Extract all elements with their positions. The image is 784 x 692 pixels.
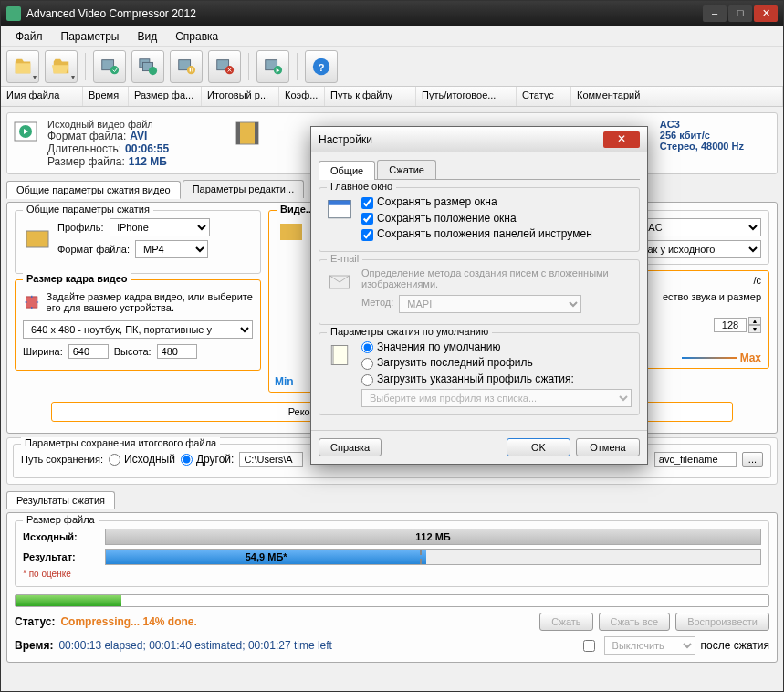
- browse-button[interactable]: ...: [742, 452, 763, 467]
- col-ratio[interactable]: Коэф...: [279, 87, 325, 106]
- svg-rect-22: [280, 224, 302, 240]
- dialog-ok-button[interactable]: OK: [507, 438, 570, 456]
- dialog-help-button[interactable]: Справка: [319, 438, 382, 456]
- progress-bar: [15, 594, 769, 607]
- dialog-tabs: Общие Сжатие: [319, 160, 640, 180]
- svg-rect-18: [236, 122, 240, 144]
- svg-rect-21: [26, 297, 37, 308]
- col-time[interactable]: Время: [83, 87, 129, 106]
- audio-quality-spinner[interactable]: ▲▼: [714, 317, 761, 333]
- tab-editing-params[interactable]: Параметры редакти...: [183, 180, 305, 198]
- check-save-toolbars[interactable]: Сохранять положения панелей инструмен: [361, 227, 632, 241]
- svg-point-4: [149, 67, 157, 75]
- col-size[interactable]: Размер фа...: [129, 87, 202, 106]
- email-method-select: MAPI: [399, 295, 581, 313]
- settings-dialog: Настройки ✕ Общие Сжатие Главное окно Со…: [310, 126, 648, 465]
- menu-view[interactable]: Вид: [128, 28, 166, 45]
- menu-help[interactable]: Справка: [166, 28, 227, 45]
- svg-rect-7: [190, 68, 191, 71]
- resize-icon: [23, 288, 41, 317]
- svg-rect-19: [255, 122, 258, 144]
- framesize-group: Размер кадра видео Задайте размер кадра …: [15, 279, 261, 371]
- radio-other-path[interactable]: Другой:: [181, 453, 235, 467]
- window-title: Advanced Video Compressor 2012: [26, 7, 703, 20]
- menu-file[interactable]: Файл: [6, 28, 52, 45]
- help-button-toolbar[interactable]: ?: [305, 50, 338, 83]
- open-file-button[interactable]: [6, 50, 39, 83]
- video-file-icon: [13, 119, 42, 148]
- source-audio-info: AC3 256 кбит/с Стерео, 48000 Hz: [660, 119, 771, 168]
- radio-default-values[interactable]: Значения по умолчанию: [361, 341, 632, 354]
- list-column-headers: Имя файла Время Размер фа... Итоговый р.…: [1, 87, 783, 107]
- film-icon: [233, 119, 262, 148]
- svg-point-1: [110, 66, 119, 74]
- svg-text:?: ?: [319, 61, 325, 72]
- menubar: Файл Параметры Вид Справка: [1, 26, 783, 47]
- stop-button-toolbar[interactable]: [208, 50, 241, 83]
- maximize-button[interactable]: □: [728, 5, 752, 22]
- dialog-cancel-button[interactable]: Отмена: [576, 438, 640, 456]
- dialog-tab-general[interactable]: Общие: [319, 161, 375, 180]
- check-save-position[interactable]: Сохранять положение окна: [361, 212, 632, 225]
- radio-last-profile[interactable]: Загрузить последний профиль: [361, 356, 632, 370]
- col-resultpath[interactable]: Путь/итоговое...: [416, 87, 517, 106]
- col-status[interactable]: Статус: [517, 87, 571, 106]
- close-button[interactable]: ✕: [754, 5, 778, 22]
- profile-select[interactable]: iPhone: [110, 218, 210, 236]
- framesize-preset-select[interactable]: 640 x 480 - ноутбук, ПК, портативные у: [23, 320, 253, 339]
- results-panel: Размер файла Исходный: 112 МБ Результат:…: [6, 512, 778, 663]
- shutdown-checkbox[interactable]: [583, 640, 595, 652]
- compress-button[interactable]: Сжать: [539, 613, 592, 631]
- dialog-titlebar: Настройки ✕: [311, 127, 647, 152]
- col-filename[interactable]: Имя файла: [1, 87, 83, 106]
- toolbar: ?: [1, 47, 783, 87]
- play-button-toolbar[interactable]: [256, 50, 289, 83]
- menu-params[interactable]: Параметры: [52, 28, 129, 45]
- status-text: Compressing... 14% done.: [60, 615, 196, 628]
- minimize-button[interactable]: –: [703, 5, 727, 22]
- fileformat-select[interactable]: MP4: [135, 240, 208, 258]
- time-text: 00:00:13 elapsed; 00:01:40 estimated; 00…: [58, 639, 332, 652]
- compress-all-button-toolbar[interactable]: [131, 50, 164, 83]
- dialog-close-button[interactable]: ✕: [603, 131, 640, 148]
- col-path[interactable]: Путь к файлу: [325, 87, 416, 106]
- pause-button-toolbar[interactable]: [170, 50, 203, 83]
- tab-results[interactable]: Результаты сжатия: [6, 491, 115, 509]
- svg-rect-8: [192, 68, 193, 71]
- tab-compression-params[interactable]: Общие параметры сжатия видео: [6, 181, 181, 199]
- radio-source-path[interactable]: Исходный: [109, 453, 175, 467]
- main-window-group: Главное окно Сохранять размер окна Сохра…: [319, 187, 640, 252]
- profile-name-select[interactable]: Выберите имя профиля из списка...: [361, 389, 632, 407]
- check-save-size[interactable]: Сохранять размер окна: [361, 195, 632, 209]
- results-tabs: Результаты сжатия: [6, 490, 778, 509]
- source-size: 112 МБ: [129, 155, 167, 168]
- height-input[interactable]: [157, 344, 197, 359]
- email-group: E-mail Определение метода создания писем…: [319, 259, 640, 325]
- audio-codec-select[interactable]: AAC: [633, 218, 761, 236]
- compress-all-button[interactable]: Сжать все: [599, 613, 671, 631]
- source-format: AVI: [130, 130, 147, 142]
- open-folder-button[interactable]: [45, 50, 78, 83]
- col-comment[interactable]: Комментарий: [571, 87, 783, 106]
- document-icon: [327, 342, 352, 368]
- source-duration: 00:06:55: [125, 142, 169, 155]
- dialog-title: Настройки: [319, 133, 603, 146]
- general-params-group: Общие параметры сжатия Профиль:iPhone Фо…: [15, 210, 261, 274]
- source-size-bar: 112 МБ: [105, 529, 761, 545]
- audio-mode-select[interactable]: Как у исходного: [633, 240, 761, 258]
- svg-rect-27: [333, 345, 348, 364]
- svg-rect-24: [329, 201, 351, 205]
- play-result-button[interactable]: Воспроизвести: [675, 613, 769, 631]
- compress-button-toolbar[interactable]: [93, 50, 126, 83]
- app-icon: [6, 6, 21, 21]
- titlebar: Advanced Video Compressor 2012 – □ ✕: [1, 1, 783, 26]
- radio-specified-profile[interactable]: Загрузить указанный профиль сжатия:: [361, 372, 632, 386]
- col-result[interactable]: Итоговый р...: [202, 87, 279, 106]
- dialog-tab-compression[interactable]: Сжатие: [377, 160, 436, 179]
- save-path-input[interactable]: [239, 452, 303, 467]
- shutdown-select[interactable]: Выключить: [604, 636, 695, 655]
- width-input[interactable]: [68, 344, 109, 359]
- filename-suffix-input[interactable]: [654, 452, 737, 467]
- email-icon: [327, 269, 352, 295]
- default-params-group: Параметры сжатия по умолчанию Значения п…: [319, 332, 640, 415]
